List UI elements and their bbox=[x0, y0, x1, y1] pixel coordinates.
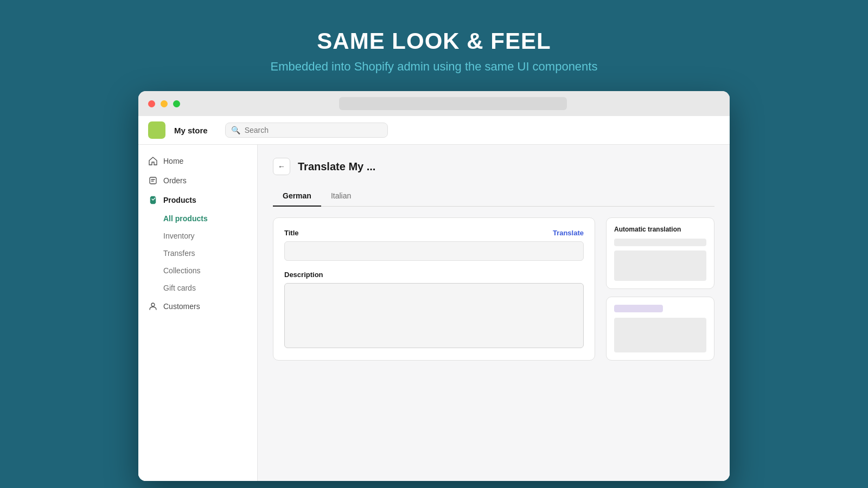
svg-point-1 bbox=[151, 303, 155, 306]
tab-italian[interactable]: Italian bbox=[321, 186, 361, 207]
second-card-skeleton-block bbox=[614, 318, 706, 352]
sidebar-home-label: Home bbox=[163, 157, 183, 165]
title-label: Title bbox=[284, 229, 299, 237]
sub-nav-transfers[interactable]: Transfers bbox=[138, 245, 257, 262]
translation-form: Title Translate Description bbox=[273, 217, 595, 361]
svg-rect-0 bbox=[150, 177, 156, 184]
translate-link[interactable]: Translate bbox=[553, 229, 584, 237]
sub-nav-all-products-label: All products bbox=[163, 214, 208, 223]
orders-icon bbox=[148, 176, 158, 185]
tabs-row: German Italian bbox=[273, 186, 714, 207]
customers-icon bbox=[148, 301, 158, 311]
url-bar[interactable] bbox=[339, 97, 567, 110]
title-input[interactable] bbox=[284, 241, 584, 261]
store-name: My store bbox=[174, 126, 208, 135]
auto-skeleton-title bbox=[614, 239, 706, 246]
sub-nav-transfers-label: Transfers bbox=[163, 249, 195, 258]
browser-window: My store 🔍 Home bbox=[138, 91, 730, 481]
sub-nav-collections-label: Collections bbox=[163, 266, 200, 275]
second-card-skeleton-top bbox=[614, 305, 663, 312]
sidebar-customers-label: Customers bbox=[163, 302, 200, 311]
shopify-admin: My store 🔍 Home bbox=[138, 116, 730, 481]
auto-skeleton-body bbox=[614, 251, 706, 281]
browser-chrome bbox=[138, 91, 730, 116]
sub-nav-all-products[interactable]: All products bbox=[138, 210, 257, 227]
back-button[interactable]: ← bbox=[273, 158, 290, 175]
second-card bbox=[606, 297, 714, 361]
top-nav: My store 🔍 bbox=[138, 116, 730, 145]
content-page-title: Translate My ... bbox=[298, 160, 375, 173]
sub-nav-inventory[interactable]: Inventory bbox=[138, 227, 257, 245]
search-icon: 🔍 bbox=[231, 126, 240, 134]
page-title: SAME LOOK & FEEL bbox=[271, 28, 598, 54]
search-bar[interactable]: 🔍 bbox=[225, 123, 388, 138]
traffic-light-green[interactable] bbox=[173, 100, 180, 107]
traffic-light-yellow[interactable] bbox=[161, 100, 168, 107]
auto-translation-card: Automatic translation bbox=[606, 217, 714, 289]
title-field-header: Title Translate bbox=[284, 229, 584, 237]
back-arrow-icon: ← bbox=[278, 162, 285, 171]
sidebar: Home Orders bbox=[138, 145, 258, 481]
content-page-header: ← Translate My ... bbox=[273, 158, 714, 175]
description-textarea[interactable] bbox=[284, 283, 584, 348]
sidebar-item-home[interactable]: Home bbox=[138, 151, 257, 171]
page-header: SAME LOOK & FEEL Embedded into Shopify a… bbox=[271, 0, 598, 74]
sidebar-item-products[interactable]: Products bbox=[138, 190, 257, 210]
page-subtitle: Embedded into Shopify admin using the sa… bbox=[271, 60, 598, 74]
home-icon bbox=[148, 156, 158, 166]
sidebar-item-orders[interactable]: Orders bbox=[138, 171, 257, 190]
sub-nav-gift-cards-label: Gift cards bbox=[163, 284, 196, 292]
sidebar-item-customers[interactable]: Customers bbox=[138, 297, 257, 316]
sidebar-orders-label: Orders bbox=[163, 176, 187, 185]
sub-nav-inventory-label: Inventory bbox=[163, 232, 195, 240]
store-logo bbox=[148, 121, 165, 139]
search-input[interactable] bbox=[245, 126, 382, 134]
description-label: Description bbox=[284, 271, 323, 279]
sub-nav-gift-cards[interactable]: Gift cards bbox=[138, 279, 257, 297]
description-field-header: Description bbox=[284, 271, 584, 279]
tab-german[interactable]: German bbox=[273, 186, 321, 207]
sidebar-products-label: Products bbox=[163, 196, 196, 204]
sub-nav-collections[interactable]: Collections bbox=[138, 262, 257, 279]
traffic-light-red[interactable] bbox=[148, 100, 155, 107]
products-icon bbox=[148, 195, 158, 205]
translation-layout: Title Translate Description bbox=[273, 217, 714, 361]
content-area: ← Translate My ... German Italian bbox=[258, 145, 730, 481]
translation-sidebar-panel: Automatic translation bbox=[606, 217, 714, 361]
main-area: Home Orders bbox=[138, 145, 730, 481]
auto-translation-title: Automatic translation bbox=[614, 226, 706, 233]
